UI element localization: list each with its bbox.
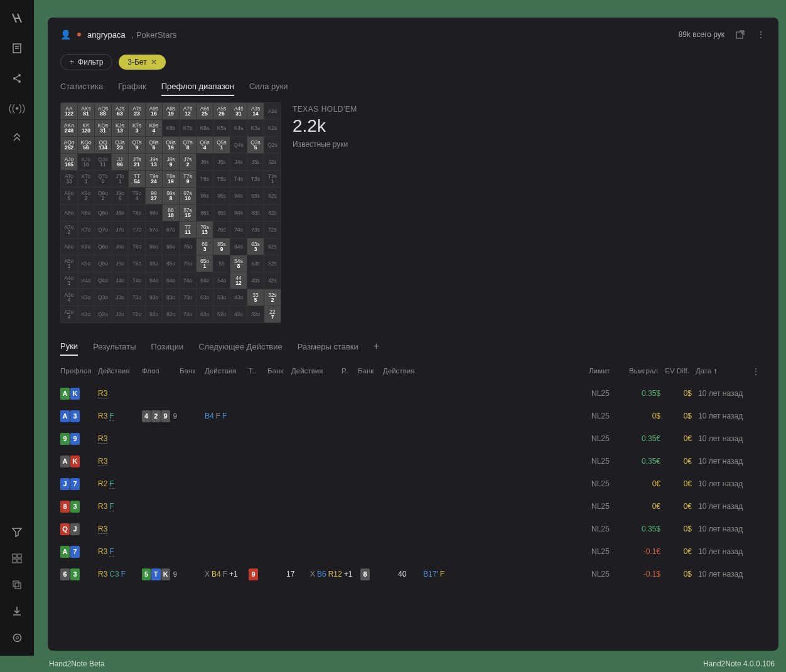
range-cell[interactable]: 74s [230, 221, 247, 238]
range-cell[interactable]: J4o [112, 272, 128, 289]
hdr-actions-4[interactable]: Действия [383, 367, 427, 376]
range-cell[interactable]: Q4o [95, 272, 111, 289]
range-cell[interactable]: 63s3 [247, 238, 264, 255]
range-cell[interactable]: A3s14 [247, 103, 264, 119]
range-cell[interactable]: ATo33 [61, 171, 77, 187]
range-cell[interactable]: J3o [112, 289, 128, 306]
tab-stats[interactable]: Статистика [60, 82, 103, 96]
range-cell[interactable]: J2s [264, 154, 281, 170]
range-cell[interactable]: Q3o [95, 289, 111, 306]
range-cell[interactable]: T6s [196, 171, 213, 187]
range-cell[interactable]: 92o [146, 306, 162, 323]
range-cell[interactable]: 54s8 [230, 255, 247, 272]
logo-icon[interactable] [11, 13, 23, 24]
tab-bet-sizes[interactable]: Размеры ставки [298, 342, 358, 355]
table-more-icon[interactable]: ⋮ [752, 367, 760, 376]
range-cell[interactable]: 76o [180, 238, 196, 255]
hdr-actions-2[interactable]: Действия [205, 367, 249, 376]
filter-icon[interactable] [12, 527, 22, 537]
range-cell[interactable]: T5s [213, 171, 230, 187]
range-cell[interactable]: JJ96 [112, 154, 128, 170]
range-cell[interactable]: K7o [78, 221, 94, 238]
range-cell[interactable]: 43s [247, 272, 264, 289]
range-cell[interactable]: 52o [213, 306, 230, 323]
range-cell[interactable]: T3o [129, 289, 145, 306]
range-cell[interactable]: 64s [230, 238, 247, 255]
range-cell[interactable]: 55 [213, 255, 230, 272]
more-icon[interactable]: ⋮ [756, 29, 766, 40]
range-cell[interactable]: Q6s4 [196, 137, 213, 153]
range-cell[interactable]: 54o [213, 272, 230, 289]
hand-row[interactable]: 99R3NL250.35€0€10 лет назад [60, 427, 766, 450]
hand-row[interactable]: 63R3 C3 F5TK9X B4 F +1917X B6 R12 +1840B… [60, 563, 766, 585]
range-cell[interactable]: 95s [213, 188, 230, 204]
hdr-flop[interactable]: Флоп [142, 367, 180, 376]
range-cell[interactable]: 75o [180, 255, 196, 272]
tab-positions[interactable]: Позиции [151, 342, 184, 355]
range-cell[interactable]: 95o [146, 255, 162, 272]
range-cell[interactable]: J7o [112, 221, 128, 238]
range-cell[interactable]: 83o [163, 289, 179, 306]
range-cell[interactable]: K5o [78, 255, 94, 272]
range-cell[interactable]: A5o1 [61, 255, 77, 272]
range-cell[interactable]: 42s [264, 272, 281, 289]
hand-row[interactable]: AKR3NL250.35€0€10 лет назад [60, 450, 766, 472]
range-cell[interactable]: A5s26 [213, 103, 230, 119]
range-cell[interactable]: 227 [264, 306, 281, 323]
range-cell[interactable]: Q8o [95, 205, 111, 221]
range-cell[interactable]: Q5s1 [213, 137, 230, 153]
range-cell[interactable]: 94o [146, 272, 162, 289]
range-cell[interactable]: K5s [213, 120, 230, 136]
range-cell[interactable]: A7s12 [180, 103, 196, 119]
range-cell[interactable]: Q9s6 [146, 137, 162, 153]
range-cell[interactable]: 663 [196, 238, 213, 255]
range-cell[interactable]: Q9o2 [95, 188, 111, 204]
range-cell[interactable]: QJo11 [95, 154, 111, 170]
range-cell[interactable]: 53o [213, 289, 230, 306]
range-cell[interactable]: 64o [196, 272, 213, 289]
range-cell[interactable]: KQs31 [95, 120, 111, 136]
hdr-preflop[interactable]: Префлоп [60, 367, 98, 376]
range-cell[interactable]: 32s2 [264, 289, 281, 306]
range-cell[interactable]: K2s [264, 120, 281, 136]
range-cell[interactable]: 65o1 [196, 255, 213, 272]
range-cell[interactable]: K6o [78, 238, 94, 255]
hand-row[interactable]: A3R3 F4299B4 F FNL250$0$10 лет назад [60, 405, 766, 427]
range-cell[interactable]: 62o [196, 306, 213, 323]
range-cell[interactable]: A4s31 [230, 103, 247, 119]
range-cell[interactable]: T3s [247, 171, 264, 187]
range-cell[interactable]: AJo165 [61, 154, 77, 170]
range-cell[interactable]: J5o [112, 255, 128, 272]
range-cell[interactable]: QJs23 [112, 137, 128, 153]
hdr-bank-2[interactable]: Банк [267, 367, 291, 376]
range-cell[interactable]: 84o [163, 272, 179, 289]
gear-icon[interactable] [12, 632, 23, 643]
range-cell[interactable]: 87o [163, 221, 179, 238]
hand-row[interactable]: QJR3NL250.35$0$10 лет назад [60, 518, 766, 540]
range-cell[interactable]: 52s [264, 255, 281, 272]
hdr-actions-1[interactable]: Действия [98, 367, 142, 376]
range-cell[interactable]: AKo248 [61, 120, 77, 136]
hdr-won[interactable]: Выиграл [619, 367, 658, 376]
range-cell[interactable]: T7s9 [180, 171, 196, 187]
range-cell[interactable]: 74o [180, 272, 196, 289]
tab-next-action[interactable]: Следующее Действие [198, 342, 283, 355]
range-cell[interactable]: Q4s [230, 137, 247, 153]
range-cell[interactable]: A8o [61, 205, 77, 221]
range-cell[interactable]: AQo252 [61, 137, 77, 153]
range-cell[interactable]: T4s [230, 171, 247, 187]
range-cell[interactable]: 82o [163, 306, 179, 323]
range-cell[interactable]: A6s25 [196, 103, 213, 119]
range-cell[interactable]: K3s [247, 120, 264, 136]
range-cell[interactable]: J5s [213, 154, 230, 170]
range-cell[interactable]: Q6o [95, 238, 111, 255]
range-cell[interactable]: KTs3 [129, 120, 145, 136]
range-cell[interactable]: A8s19 [163, 103, 179, 119]
range-cell[interactable]: 75s [213, 221, 230, 238]
tab-hands[interactable]: Руки [60, 341, 78, 356]
range-cell[interactable]: 8818 [163, 205, 179, 221]
range-cell[interactable]: 73s [247, 221, 264, 238]
range-cell[interactable]: 335 [247, 289, 264, 306]
range-cell[interactable]: KJs13 [112, 120, 128, 136]
range-cell[interactable]: J4s [230, 154, 247, 170]
